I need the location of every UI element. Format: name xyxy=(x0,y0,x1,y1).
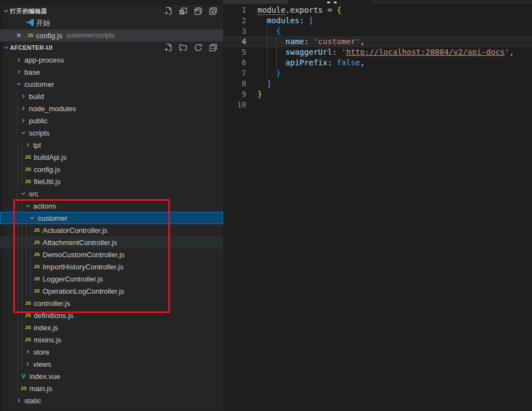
open-editor-description: customer\scripts xyxy=(66,32,115,39)
js-file-icon: JS xyxy=(23,167,33,172)
tree-folder-row[interactable]: base xyxy=(0,66,223,78)
tree-folder-row[interactable]: actions xyxy=(0,200,223,212)
tree-file-row[interactable]: JSconfig.js xyxy=(0,163,223,175)
indent-guide xyxy=(17,321,18,334)
new-untitled-file-icon[interactable] xyxy=(163,6,174,17)
tab-partial-inactive[interactable] xyxy=(223,0,288,4)
tree-folder-row[interactable]: tpl xyxy=(0,139,223,151)
chevron-down-icon xyxy=(14,80,23,89)
chevron-down-icon xyxy=(19,189,28,198)
open-editors-section-header[interactable]: 打开的编辑器 xyxy=(0,5,223,17)
tree-item-label: AttachmentController.js xyxy=(43,238,117,247)
js-file-icon: JS xyxy=(23,300,33,306)
indent-guide xyxy=(30,224,31,236)
indent-guide xyxy=(22,236,22,248)
tree-folder-row[interactable]: static xyxy=(0,394,223,407)
indent-guide xyxy=(22,175,22,188)
new-folder-icon[interactable] xyxy=(178,42,189,53)
tree-folder-row[interactable]: views xyxy=(0,358,223,370)
tree-item-label: OperationLogController.js xyxy=(43,287,124,295)
tree-item-label: customer xyxy=(24,80,54,89)
indent-guide xyxy=(22,297,22,309)
chevron-down-icon xyxy=(28,214,37,222)
editor-indent-guide xyxy=(276,47,277,58)
explorer-actions xyxy=(163,42,223,53)
new-file-icon[interactable] xyxy=(163,42,174,53)
tree-file-row[interactable]: JSmain.js xyxy=(0,382,223,394)
tree-folder-row[interactable]: node_modules xyxy=(0,102,223,115)
editor-indent-guide xyxy=(267,58,267,68)
tree-folder-row[interactable]: build xyxy=(0,90,223,102)
code-line-content: module.exports = { xyxy=(257,5,342,15)
code-line: 10 xyxy=(223,100,532,110)
indent-guide xyxy=(17,261,18,273)
open-editor-item-start[interactable]: 开始 xyxy=(0,17,223,29)
tree-folder-row[interactable]: customer xyxy=(0,78,223,90)
indent-guide xyxy=(17,151,18,163)
tree-file-row[interactable]: JSAttachmentController.js xyxy=(0,236,223,248)
tree-folder-row[interactable]: customer xyxy=(0,212,223,224)
tree-file-row[interactable]: JSmixins.js xyxy=(0,334,223,346)
chevron-right-icon xyxy=(23,360,32,368)
indent-guide xyxy=(17,102,18,115)
indent-guide xyxy=(22,224,22,236)
toggle-editor-layout-icon[interactable] xyxy=(178,6,189,17)
js-file-icon: JS xyxy=(19,386,28,391)
tree-file-row[interactable]: JSImportHistoryController.js xyxy=(0,261,223,273)
tree-file-row[interactable]: JScontroller.js xyxy=(0,297,223,309)
indent-guide xyxy=(17,224,18,236)
js-file-icon: JS xyxy=(32,264,42,269)
indent-guide xyxy=(17,175,18,188)
js-file-icon: JS xyxy=(23,313,33,318)
close-all-editors-icon[interactable] xyxy=(208,6,219,17)
js-file-icon: JS xyxy=(32,240,42,245)
tree-file-row[interactable]: JSLoggerController.js xyxy=(0,273,223,285)
tree-file-row[interactable]: JSDemoCustomController.js xyxy=(0,248,223,261)
tree-file-row[interactable]: JS xyxy=(0,407,223,411)
indent-guide xyxy=(30,261,31,273)
chevron-right-icon xyxy=(23,347,32,356)
code-editor[interactable]: 1module.exports = {2 modules: [3 {4 name… xyxy=(223,4,532,110)
chevron-down-icon xyxy=(2,43,10,52)
tree-item-label: DemoCustomController.js xyxy=(43,251,125,259)
js-file-icon: JS xyxy=(23,325,33,330)
tree-file-row[interactable]: Vindex.vue xyxy=(0,370,223,382)
line-number: 1 xyxy=(223,5,246,15)
tree-file-row[interactable]: JSbuildApi.js xyxy=(0,151,223,163)
tree-item-label: customer xyxy=(38,214,67,222)
explorer-section-header[interactable]: AFCENTER-UI xyxy=(0,41,223,54)
indent-guide xyxy=(17,212,18,224)
tree-folder-row[interactable]: app-process xyxy=(0,54,223,66)
tree-file-row[interactable]: JSActuatorController.js xyxy=(0,224,223,236)
close-icon[interactable]: ✕ xyxy=(14,32,23,39)
tree-folder-row[interactable]: scripts xyxy=(0,127,223,139)
indent-guide xyxy=(22,248,22,261)
tree-folder-row[interactable]: public xyxy=(0,115,223,127)
tree-file-row[interactable]: JSindex.js xyxy=(0,321,223,334)
chevron-right-icon xyxy=(19,116,28,125)
open-editor-item-config[interactable]: ✕ JS config.js customer\scripts xyxy=(0,29,223,41)
tree-folder-row[interactable]: store xyxy=(0,346,223,358)
code-line-content: swaggerUrl: 'http://localhost:28084/v2/a… xyxy=(257,47,514,58)
line-number: 8 xyxy=(223,79,246,89)
collapse-folders-icon[interactable] xyxy=(208,42,219,53)
code-line: 4 name: 'customer', xyxy=(223,37,532,47)
tab-partial-active[interactable] xyxy=(288,0,371,4)
tree-file-row[interactable]: JSOperationLogController.js xyxy=(0,285,223,297)
tree-item-label: public xyxy=(29,117,48,125)
editor-indent-guide xyxy=(267,37,267,47)
tree-file-row[interactable]: JSfileUtil.js xyxy=(0,175,223,188)
tree-file-row[interactable]: JSdefinitions.js xyxy=(0,309,223,321)
file-tree: app-processbasecustomerbuildnode_modules… xyxy=(0,54,223,411)
save-all-icon[interactable] xyxy=(193,6,204,17)
refresh-icon[interactable] xyxy=(193,42,204,53)
indent-guide xyxy=(30,273,31,285)
indent-guide xyxy=(17,163,18,175)
line-number: 9 xyxy=(223,89,246,100)
open-editors-actions xyxy=(163,6,223,17)
editor-indent-guide xyxy=(267,68,267,79)
tree-item-label: definitions.js xyxy=(34,311,74,320)
indent-guide xyxy=(22,139,22,151)
chevron-right-icon xyxy=(23,141,32,149)
tree-folder-row[interactable]: src xyxy=(0,188,223,200)
